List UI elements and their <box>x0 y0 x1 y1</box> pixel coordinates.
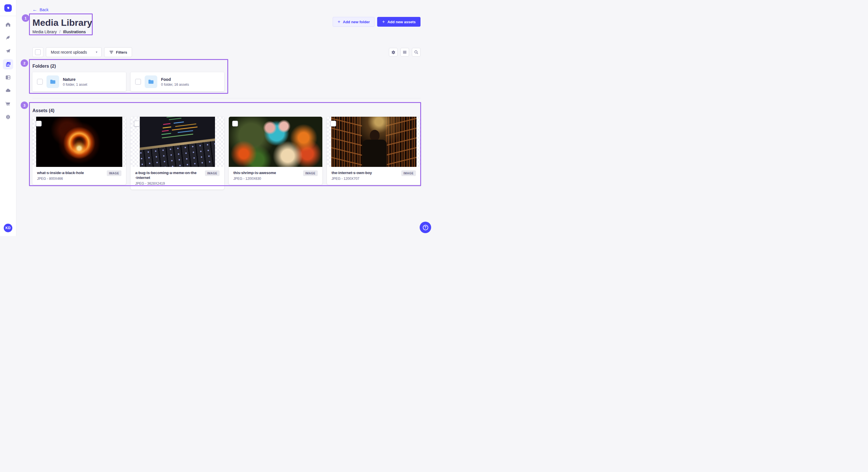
sidebar-item-home[interactable] <box>3 20 13 30</box>
asset-card-internet-boy[interactable]: the-internet-s-own-boy JPEG - 1200X707 I… <box>327 117 421 185</box>
back-link[interactable]: ← Back <box>32 7 49 12</box>
breadcrumb-parent[interactable]: Media Library <box>32 30 57 34</box>
chevron-down-icon: ▼ <box>95 51 98 54</box>
asset-card-black-hole[interactable]: what-s-inside-a-black-hole JPEG - 800X46… <box>32 117 126 185</box>
sort-dropdown[interactable]: Most recent uploads ▼ <box>46 47 102 57</box>
asset-meta: JPEG - 3628X2419 <box>135 181 198 186</box>
asset-type-badge: IMAGE <box>107 170 121 176</box>
assets-section: Assets (4) what-s-inside-a-black-hole JP… <box>32 108 421 190</box>
folder-meta: 0 folder, 16 assets <box>161 82 189 87</box>
folders-heading: Folders (2) <box>32 64 421 69</box>
folder-name: Food <box>161 77 189 82</box>
asset-checkbox[interactable] <box>134 121 140 127</box>
help-button[interactable]: ? <box>420 222 431 233</box>
folder-card-nature[interactable]: Nature 0 folder, 1 asset <box>32 72 126 91</box>
folder-name: Nature <box>63 77 87 82</box>
mantis-shrimp-photo <box>229 117 322 167</box>
plus-icon: + <box>382 20 384 24</box>
breadcrumb-separator: / <box>59 30 61 34</box>
strapi-logo-icon <box>4 4 12 12</box>
folders-grid: Nature 0 folder, 1 asset Food 0 folder, … <box>32 72 421 91</box>
asset-thumbnail-area <box>327 117 421 167</box>
back-arrow-icon: ← <box>32 7 37 12</box>
sidebar-item-settings[interactable] <box>3 112 13 122</box>
asset-meta: JPEG - 1200X707 <box>332 177 372 181</box>
library-portrait-photo <box>331 117 416 167</box>
list-icon <box>402 50 407 55</box>
select-all-container <box>32 47 43 57</box>
asset-name: the-internet-s-own-boy <box>332 170 372 175</box>
asset-checkbox[interactable] <box>36 121 42 127</box>
plus-icon: + <box>338 20 340 24</box>
asset-meta: JPEG - 1200X630 <box>234 177 276 181</box>
folder-icon-box <box>46 75 59 88</box>
sidebar-item-releases[interactable] <box>3 46 13 56</box>
sidebar-item-content[interactable] <box>3 33 13 43</box>
sidebar: KD <box>0 0 17 236</box>
asset-type-badge: IMAGE <box>303 170 318 176</box>
breadcrumb-current: Illustrations <box>63 30 86 34</box>
question-mark-icon: ? <box>423 225 428 230</box>
asset-thumbnail-area <box>229 117 322 167</box>
sidebar-item-deploy[interactable] <box>3 86 13 96</box>
search-icon <box>414 50 418 55</box>
view-controls <box>389 48 421 57</box>
user-avatar[interactable]: KD <box>4 224 12 232</box>
folder-icon-box <box>145 75 157 88</box>
list-view-button[interactable] <box>400 48 409 57</box>
add-new-folder-button[interactable]: + Add new folder <box>333 17 375 27</box>
assets-grid: what-s-inside-a-black-hole JPEG - 800X46… <box>32 117 421 190</box>
asset-card-shrimp[interactable]: this-shrimp-is-awesome JPEG - 1200X630 I… <box>229 117 322 185</box>
section-divider <box>32 98 421 98</box>
folders-section: Folders (2) Nature 0 folder, 1 asset <box>32 64 421 91</box>
black-hole-photo <box>36 117 122 167</box>
folder-checkbox[interactable] <box>135 79 141 85</box>
grid-settings-button[interactable] <box>389 48 398 57</box>
folder-icon <box>148 78 154 85</box>
asset-thumbnail-area <box>32 117 126 167</box>
laptop-code-photo <box>140 117 215 167</box>
sidebar-divider <box>0 16 16 16</box>
asset-name: this-shrimp-is-awesome <box>234 170 276 175</box>
filter-icon <box>109 50 114 55</box>
main-content: ← Back Media Library Media Library / Ill… <box>17 0 434 236</box>
asset-thumbnail-area <box>131 117 224 167</box>
folder-meta: 0 folder, 1 asset <box>63 82 87 87</box>
folder-checkbox[interactable] <box>37 79 43 85</box>
folder-icon <box>50 78 56 85</box>
sidebar-item-marketplace[interactable] <box>3 99 13 109</box>
breadcrumb: Media Library / Illustrations <box>32 30 421 34</box>
header-actions: + Add new folder + Add new assets <box>333 17 421 27</box>
asset-type-badge: IMAGE <box>401 170 416 176</box>
sidebar-item-media-library[interactable] <box>3 59 13 69</box>
gear-icon <box>391 50 396 55</box>
search-button[interactable] <box>412 48 421 57</box>
select-all-checkbox[interactable] <box>35 49 41 55</box>
add-new-assets-button[interactable]: + Add new assets <box>377 17 421 27</box>
asset-name: what-s-inside-a-black-hole <box>37 170 84 175</box>
asset-meta: JPEG - 800X466 <box>37 177 84 181</box>
asset-name: a-bug-is-becoming-a-meme-on-the-internet <box>135 170 198 180</box>
assets-heading: Assets (4) <box>32 108 421 113</box>
asset-card-bug-meme[interactable]: a-bug-is-becoming-a-meme-on-the-internet… <box>131 117 224 190</box>
folder-card-food[interactable]: Food 0 folder, 16 assets <box>131 72 224 91</box>
sidebar-item-content-type-builder[interactable] <box>3 72 13 82</box>
sidebar-nav <box>0 20 16 122</box>
asset-type-badge: IMAGE <box>205 170 220 176</box>
asset-checkbox[interactable] <box>232 121 238 127</box>
toolbar: Most recent uploads ▼ Filters <box>32 47 421 57</box>
filters-button[interactable]: Filters <box>104 47 132 57</box>
asset-checkbox[interactable] <box>330 121 336 127</box>
